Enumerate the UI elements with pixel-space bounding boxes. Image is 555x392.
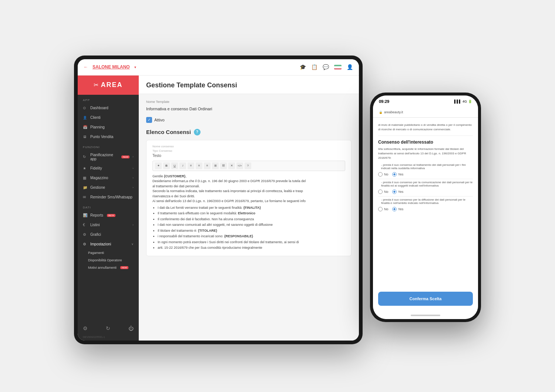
phone-intro-text: di invio di materiale pubblicitario o di… (378, 123, 473, 132)
editor-bullet-6: i responsabili del trattamento incaricat… (158, 234, 345, 239)
toolbar-code[interactable]: </> (236, 163, 243, 169)
sidebar-label-grafici: Grafici (90, 232, 101, 237)
home-indicator (411, 315, 440, 316)
battery-icon: 🔋 (468, 100, 472, 103)
toolbar-italic[interactable]: I (179, 163, 186, 169)
editor-bullet-1: I dati da Lei forniti verranno trattati … (158, 205, 345, 211)
radio-yes-2-label: Yes (398, 190, 404, 194)
toolbar-list2[interactable]: ≡ (196, 163, 202, 169)
radio-no-3[interactable] (378, 207, 383, 211)
toolbar-underline[interactable]: U (171, 163, 178, 169)
toolbar-align[interactable]: ≡ (204, 163, 211, 169)
sidebar-item-punto-vendita[interactable]: 🖥 Punto Vendita (78, 132, 139, 142)
sidebar-item-reminder[interactable]: Reminder Sms/Whatsapp (78, 192, 139, 202)
sidebar-item-grafici[interactable]: ⚙ Grafici (78, 230, 139, 239)
gestione-icon: 📁 (83, 185, 87, 190)
sidebar-item-pianificazione[interactable]: Pianificazione app new › (78, 150, 139, 164)
main-panel: Gestione Template Consensi Nome Template… (139, 76, 359, 341)
sidebar-item-magazzino[interactable]: ▦ Magazzino › (78, 173, 139, 183)
phone-time: 09:29 (379, 99, 389, 104)
phone-urlbar: 🔒 areabeauty.it (373, 107, 478, 118)
toolbar-special[interactable]: ✦ (155, 163, 162, 169)
salon-dropdown-icon[interactable]: ▾ (134, 65, 136, 69)
sidebar-item-reports[interactable]: 📊 Reports Beta (78, 211, 139, 220)
toolbar-link[interactable]: ⛓ (220, 163, 227, 169)
toolbar-list1[interactable]: ≡ (188, 163, 194, 169)
sidebar-label-impostazioni: Impostazioni (90, 242, 111, 246)
tablet-content: ✂ AREA APP Dashboard Clienti (78, 76, 359, 341)
graduation-icon[interactable]: 🎓 (300, 64, 306, 70)
planning-icon: 📅 (83, 125, 87, 130)
user-icon[interactable]: 👤 (347, 64, 353, 70)
sidebar-footer-text: DEV0002225531-1 (78, 334, 139, 341)
beta-badge: Beta (107, 214, 115, 217)
sidebar-item-planning[interactable]: 📅 Planning (78, 123, 139, 132)
active-checkbox[interactable]: ✓ (146, 117, 152, 123)
sidebar-item-clienti[interactable]: Clienti (78, 113, 139, 123)
sidebar-item-gestione[interactable]: 📁 Gestione › (78, 183, 139, 192)
phone-consent-section: Consenso dell'interessato Il/la sottoscr… (378, 140, 473, 214)
flag-icon[interactable] (334, 65, 342, 70)
consent-2-no[interactable]: No (378, 190, 388, 194)
label-disponibilita: Disponibilità Operatore (88, 258, 122, 262)
phone-divider-1 (378, 135, 473, 136)
tablet: ← SALONE MILANO ▾ 🎓 📋 💬 👤 ✂ AREA (74, 56, 363, 344)
editor-bullet-2: Il trattamento sarà effettuato con le se… (158, 211, 345, 216)
sidebar-item-listini[interactable]: Listini › (78, 220, 139, 230)
consent-item-1-text: - presta il suo consenso al trattamento … (378, 163, 473, 170)
phone: 09:29 ▌▌▌ 4G 🔋 🔒 areabeauty.it di invio … (370, 93, 481, 322)
editor-content[interactable]: Gentile {CUSTOMER}, Desideriamo informar… (152, 174, 345, 251)
scissors-icon: ✂ (94, 81, 98, 88)
consent-1-no[interactable]: No (378, 172, 388, 177)
consent-1-yes[interactable]: Yes (392, 172, 404, 177)
url-text: areabeauty.it (384, 110, 403, 114)
confirm-button[interactable]: Conferma Scelta (378, 292, 473, 306)
divider-3 (378, 196, 473, 197)
book-icon[interactable]: 📋 (311, 64, 317, 70)
submenu-motivi[interactable]: Motivi annullamenti new (88, 264, 139, 271)
consent-name-label: Nome consenso (152, 145, 345, 148)
logo-text: AREA (101, 81, 122, 89)
radio-no-2[interactable] (378, 190, 383, 194)
phone-home-bar (373, 312, 478, 319)
power-icon[interactable] (128, 325, 134, 331)
gear-icon[interactable] (83, 325, 88, 331)
radio-yes-3[interactable] (392, 207, 397, 211)
chat-icon[interactable]: 💬 (323, 64, 329, 70)
radio-yes-1[interactable] (392, 172, 397, 177)
radio-no-2-label: No (384, 190, 388, 194)
submenu-pagamenti[interactable]: Pagamenti (88, 249, 139, 257)
radio-no-1[interactable] (378, 172, 383, 177)
sidebar-item-dashboard[interactable]: Dashboard (78, 103, 139, 113)
back-arrow[interactable]: ← (84, 64, 88, 70)
editor-p3: Secondo la normativa indicata, tale trat… (152, 189, 345, 194)
check-icon: ✓ (148, 118, 151, 122)
help-icon[interactable]: ? (194, 129, 201, 135)
toolbar-help[interactable]: ? (245, 163, 251, 169)
tablet-topbar: ← SALONE MILANO ▾ 🎓 📋 💬 👤 (78, 59, 359, 76)
toolbar-remove[interactable]: ✕ (228, 163, 235, 169)
editor-p2: al trattamento dei dati personali. (152, 184, 345, 189)
scene: ← SALONE MILANO ▾ 🎓 📋 💬 👤 ✂ AREA (74, 33, 481, 359)
submenu-disponibilita[interactable]: Disponibilità Operatore (88, 257, 139, 264)
consent-2-yes[interactable]: Yes (392, 190, 404, 194)
editor-greeting: Gentile {CUSTOMER}, (152, 174, 345, 179)
sidebar-item-fidelity[interactable]: Fidelity › (78, 164, 139, 173)
grafici-icon: ⚙ (83, 232, 87, 237)
consent-3-yes[interactable]: Yes (392, 207, 404, 211)
sidebar-item-impostazioni[interactable]: Impostazioni ∨ (78, 239, 139, 249)
network-icon: 4G (462, 100, 467, 103)
radio-yes-2[interactable] (392, 190, 397, 194)
active-label: Attivo (154, 118, 165, 122)
pianificazione-icon (83, 155, 87, 159)
editor-bullet-5: Il titolare del trattamento è: {TITOLARE… (158, 228, 345, 234)
toolbar-table[interactable]: ⊞ (212, 163, 219, 169)
section-label-app: APP (78, 95, 139, 103)
salon-selector[interactable]: SALONE MILANO (92, 64, 130, 70)
toolbar-bold[interactable]: B (163, 163, 170, 169)
refresh-icon[interactable] (106, 325, 110, 331)
sidebar-label-planning: Planning (90, 125, 105, 129)
consent-3-no[interactable]: No (378, 207, 388, 211)
sidebar-label-fidelity: Fidelity (90, 166, 102, 170)
sidebar-label-dashboard: Dashboard (90, 106, 108, 110)
